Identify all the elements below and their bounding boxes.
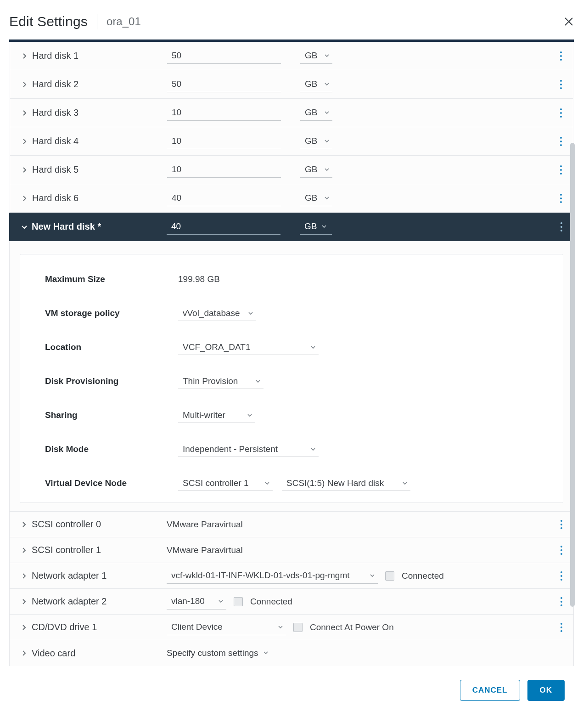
vdn-controller-select[interactable]: SCSI controller 1 <box>178 475 273 491</box>
cd-poweron-label: Connect At Power On <box>310 622 394 632</box>
chevron-down-icon <box>255 378 261 384</box>
chevron-down-icon <box>310 446 316 452</box>
row-video-card[interactable]: Video card Specify custom settings <box>9 640 574 666</box>
row-scsi-controller-0[interactable]: SCSI controller 0 VMware Paravirtual <box>9 512 574 537</box>
chevron-right-icon[interactable] <box>21 547 31 553</box>
row-hard-disk-4[interactable]: Hard disk 4GB <box>10 127 573 156</box>
chevron-right-icon[interactable] <box>21 167 31 173</box>
hard-disk-unit-select[interactable]: GB <box>300 48 332 64</box>
location-select[interactable]: VCF_ORA_DAT1 <box>178 339 319 355</box>
net1-connected-checkbox[interactable] <box>385 571 394 581</box>
hard-disk-unit-select[interactable]: GB <box>300 77 332 92</box>
provisioning-select[interactable]: Thin Provision <box>178 373 263 389</box>
kebab-icon <box>560 137 562 146</box>
hard-disk-unit-select[interactable]: GB <box>300 105 332 121</box>
row-hard-disk-2[interactable]: Hard disk 2GB <box>10 70 573 99</box>
storage-policy-select[interactable]: vVol_database <box>178 305 256 321</box>
chevron-right-icon[interactable] <box>21 195 31 202</box>
row-new-hard-disk[interactable]: New Hard disk * GB <box>9 213 574 241</box>
hard-disk-size-input[interactable] <box>167 134 281 149</box>
net2-select[interactable]: vlan-180 <box>167 594 226 609</box>
storage-policy-label: VM storage policy <box>45 308 178 318</box>
row-actions-button[interactable] <box>556 222 567 231</box>
cancel-button[interactable]: CANCEL <box>460 680 520 701</box>
hard-disk-size-input[interactable] <box>167 191 281 206</box>
chevron-right-icon[interactable] <box>21 573 31 579</box>
chevron-down-icon[interactable] <box>21 223 31 231</box>
cd-poweron-checkbox[interactable] <box>293 623 303 632</box>
row-actions-button[interactable] <box>555 80 566 89</box>
video-value: Specify custom settings <box>167 648 258 658</box>
sharing-select[interactable]: Multi-writer <box>178 407 255 423</box>
cd-label: CD/DVD drive 1 <box>32 622 97 632</box>
new-disk-unit-select[interactable]: GB <box>300 219 332 235</box>
hard-disk-unit-select[interactable]: GB <box>300 134 332 149</box>
scsi0-value: VMware Paravirtual <box>167 519 243 530</box>
hard-disk-unit-select[interactable]: GB <box>300 191 332 206</box>
row-hard-disk-6[interactable]: Hard disk 6GB <box>10 184 573 213</box>
chevron-down-icon <box>324 138 330 144</box>
row-hard-disk-3[interactable]: Hard disk 3GB <box>10 99 573 127</box>
new-disk-label: New Hard disk * <box>32 221 101 232</box>
net2-connected-checkbox[interactable] <box>234 597 243 606</box>
hard-disk-size-input[interactable] <box>167 48 281 64</box>
kebab-icon <box>560 80 562 89</box>
row-cd-dvd-drive-1[interactable]: CD/DVD drive 1 Client Device Connect At … <box>9 615 574 640</box>
hard-disk-size-input[interactable] <box>167 105 281 121</box>
chevron-down-icon <box>324 110 330 115</box>
disk-mode-select[interactable]: Independent - Persistent <box>178 441 319 457</box>
net2-connected-label: Connected <box>250 597 292 607</box>
kebab-icon <box>560 194 562 203</box>
vdn-slot-select[interactable]: SCSI(1:5) New Hard disk <box>282 475 410 491</box>
row-actions-button[interactable] <box>555 137 566 146</box>
hard-disk-unit-select[interactable]: GB <box>300 162 332 178</box>
chevron-right-icon[interactable] <box>21 650 31 656</box>
row-actions-button[interactable] <box>555 165 566 175</box>
sharing-label: Sharing <box>45 410 178 420</box>
chevron-right-icon[interactable] <box>21 53 31 59</box>
hard-disk-size-input[interactable] <box>167 162 281 178</box>
dialog-title: Edit Settings <box>9 14 88 29</box>
scsi1-label: SCSI controller 1 <box>32 545 101 555</box>
row-actions-button[interactable] <box>556 597 567 606</box>
row-actions-button[interactable] <box>556 546 567 555</box>
row-scsi-controller-1[interactable]: SCSI controller 1 VMware Paravirtual <box>9 537 574 563</box>
kebab-icon <box>561 623 562 632</box>
chevron-right-icon[interactable] <box>21 598 31 605</box>
close-icon[interactable] <box>564 17 574 27</box>
chevron-right-icon[interactable] <box>21 521 31 528</box>
row-actions-button[interactable] <box>556 571 567 581</box>
row-hard-disk-5[interactable]: Hard disk 5GB <box>10 156 573 184</box>
row-network-adapter-2[interactable]: Network adapter 2 vlan-180 Connected <box>9 589 574 615</box>
hard-disk-label: Hard disk 3 <box>32 107 78 118</box>
cd-select[interactable]: Client Device <box>167 620 286 635</box>
net1-label: Network adapter 1 <box>32 570 107 581</box>
row-hard-disk-1[interactable]: Hard disk 1GB <box>10 42 573 70</box>
provisioning-label: Disk Provisioning <box>45 376 178 386</box>
chevron-down-icon <box>324 167 330 172</box>
chevron-right-icon[interactable] <box>21 624 31 631</box>
hard-disk-size-input[interactable] <box>167 77 281 92</box>
scrollbar-thumb[interactable] <box>570 143 575 607</box>
chevron-down-icon <box>402 480 408 486</box>
row-actions-button[interactable] <box>555 51 566 61</box>
video-label: Video card <box>32 648 75 659</box>
chevron-down-icon <box>278 624 283 630</box>
settings-frame: Hard disk 1GBHard disk 2GBHard disk 3GBH… <box>9 40 574 670</box>
hard-disk-label: Hard disk 6 <box>32 193 78 203</box>
scrollbar[interactable] <box>570 42 575 670</box>
chevron-right-icon[interactable] <box>21 110 31 116</box>
dialog-footer: CANCEL OK <box>9 670 574 712</box>
row-actions-button[interactable] <box>556 520 567 529</box>
ok-button[interactable]: OK <box>527 680 565 701</box>
net1-select[interactable]: vcf-wkld-01-IT-INF-WKLD-01-vds-01-pg-mgm… <box>167 568 378 584</box>
new-disk-size-input[interactable] <box>167 219 280 235</box>
chevron-right-icon[interactable] <box>21 138 31 145</box>
row-actions-button[interactable] <box>556 623 567 632</box>
row-actions-button[interactable] <box>555 108 566 118</box>
row-actions-button[interactable] <box>555 194 566 203</box>
chevron-down-icon <box>218 598 224 604</box>
row-network-adapter-1[interactable]: Network adapter 1 vcf-wkld-01-IT-INF-WKL… <box>9 563 574 589</box>
chevron-right-icon[interactable] <box>21 81 31 88</box>
chevron-down-icon <box>247 412 252 418</box>
